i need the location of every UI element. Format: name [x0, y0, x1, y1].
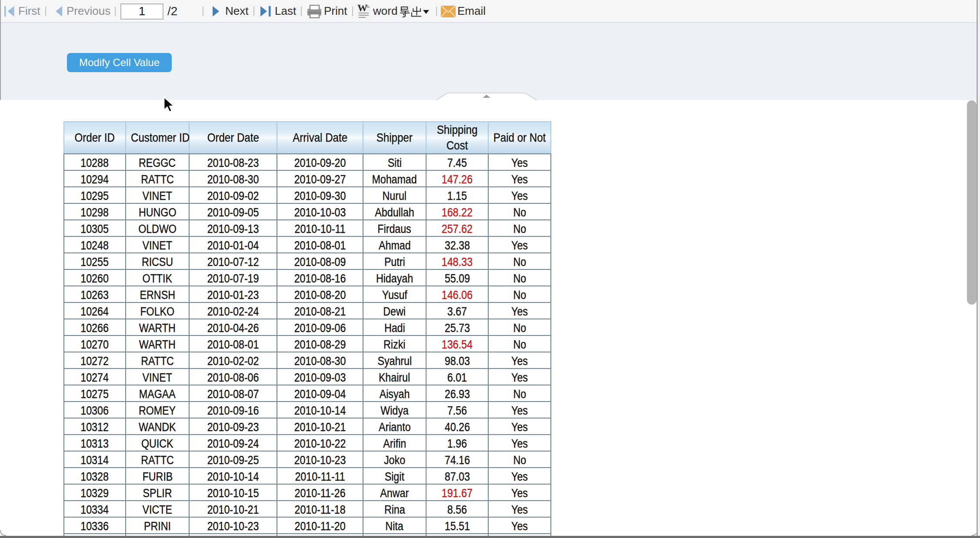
svg-text:W: W	[357, 4, 367, 13]
